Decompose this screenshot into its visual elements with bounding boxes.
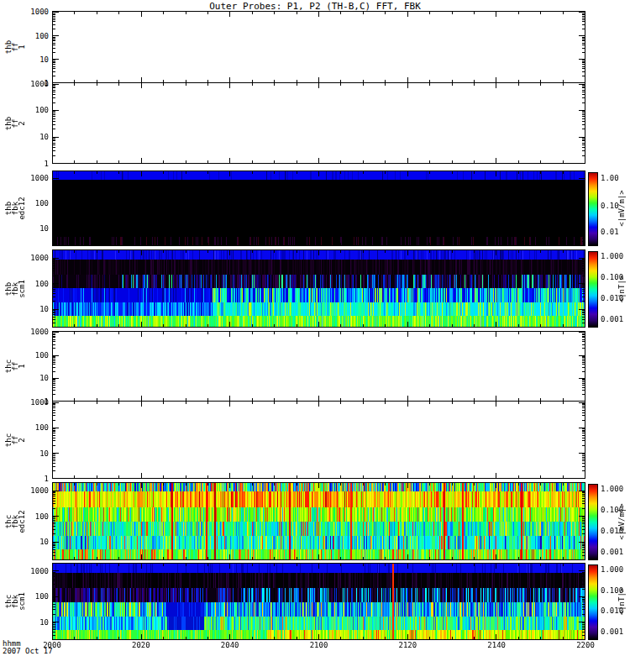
colorbar-unit-label: <|mV/m|> <box>618 503 625 539</box>
y-axis-tick-label: 1000 <box>0 175 49 182</box>
y-axis-tick-label: 10 <box>0 538 49 546</box>
panel-thb-fbk-scm1 <box>52 249 585 328</box>
y-axis-tick-label: 10 <box>0 375 49 382</box>
y-axis-tick-label: 1000 <box>0 487 49 495</box>
panel-thb-ff-2 <box>52 82 585 164</box>
panel-thc-fbk-scm1 <box>52 563 585 640</box>
panel-variable-label: thc fbk scm1 <box>5 592 25 611</box>
axis-thb-ff-2-canvas <box>52 82 585 164</box>
colorbar-tick-label: 0.01 <box>601 228 619 236</box>
x-axis-tick-label: 2140 <box>478 642 515 649</box>
y-axis-tick-label: 1000 <box>0 8 49 16</box>
y-axis-tick-label: 10 <box>0 619 49 627</box>
x-axis-tick-label: 2100 <box>301 642 338 649</box>
y-axis-tick-label: 10 <box>0 450 49 458</box>
panel-variable-label: thb fbk edc12 <box>5 197 25 219</box>
colorbar-tick-label: 0.001 <box>601 316 623 323</box>
y-axis-tick-label: 10 <box>0 56 49 64</box>
axis-thb-fbk-edc12-canvas <box>52 171 585 246</box>
y-axis-tick-label: 100 <box>0 424 49 432</box>
panel-variable-label: thc ff 2 <box>5 433 25 446</box>
panel-thc-fbk-edc12 <box>52 482 585 560</box>
panel-variable-label: thb fbk scm1 <box>5 280 25 298</box>
y-axis-tick-label: 1000 <box>0 399 49 407</box>
y-axis-tick-label: 1 <box>0 475 49 483</box>
colorbar-tick-label: 0.10 <box>601 202 619 210</box>
y-axis-tick-label: 100 <box>0 352 49 360</box>
axis-thc-fbk-scm1-canvas <box>52 563 585 640</box>
colorbar-tick-label: 0.001 <box>601 628 623 636</box>
y-axis-tick-label: 100 <box>0 107 49 114</box>
panel-variable-label: thb ff 1 <box>5 40 25 54</box>
colorbar-unit-label: <|mV/m|> <box>618 190 625 226</box>
colorbar-tick-label: 1.000 <box>601 566 623 574</box>
colorbar-thb-fbk-scm1 <box>588 251 598 328</box>
colorbar-thc-fbk-edc12 <box>588 484 598 560</box>
y-axis-tick-label: 1000 <box>0 255 49 262</box>
colorbar-thb-fbk-edc12 <box>588 172 598 246</box>
panel-thb-ff-1 <box>52 11 585 83</box>
y-axis-tick-label: 1000 <box>0 81 49 88</box>
colorbar-tick-label: 1.00 <box>601 175 619 182</box>
x-axis-tick-label: 2000 <box>34 642 71 649</box>
y-axis-tick-label: 1000 <box>0 568 49 575</box>
panel-thc-ff-1 <box>52 331 585 402</box>
colorbar-tick-label: 1.000 <box>601 486 623 493</box>
y-axis-tick-label: 10 <box>0 134 49 141</box>
x-axis-tick-label: 2120 <box>389 642 426 649</box>
panel-thb-fbk-edc12 <box>52 171 585 246</box>
axis-thc-fbk-edc12-canvas <box>52 482 585 560</box>
y-axis-tick-label: 10 <box>0 306 49 313</box>
panel-thc-ff-2 <box>52 401 585 479</box>
axis-thb-fbk-scm1-canvas <box>52 249 585 328</box>
panel-variable-label: thc fbk edc12 <box>5 510 25 533</box>
colorbar-tick-label: 0.001 <box>601 549 623 556</box>
plot-screen: Outer Probes: P1, P2 (TH-B,C) FFT, FBK h… <box>0 0 630 672</box>
colorbar-thc-fbk-scm1 <box>588 564 598 640</box>
x-axis-tick-label: 2040 <box>212 642 249 649</box>
axis-thc-ff-1-canvas <box>52 331 585 402</box>
panel-variable-label: thb ff 2 <box>5 116 25 129</box>
colorbar-unit-label: <|nT|> <box>618 588 625 616</box>
colorbar-tick-label: 1.000 <box>601 253 623 260</box>
y-axis-tick-label: 1 <box>0 160 49 168</box>
colorbar-unit-label: <|nT|> <box>618 275 625 302</box>
panel-variable-label: thc ff 1 <box>5 360 25 373</box>
x-axis-tick-label: 2200 <box>567 642 604 649</box>
y-axis-tick-label: 1000 <box>0 328 49 336</box>
axis-thb-ff-1-canvas <box>52 11 585 83</box>
y-axis-tick-label: 100 <box>0 33 49 40</box>
y-axis-tick-label: 10 <box>0 225 49 233</box>
x-axis-tick-label: 2020 <box>123 642 160 649</box>
axis-thc-ff-2-canvas <box>52 401 585 479</box>
